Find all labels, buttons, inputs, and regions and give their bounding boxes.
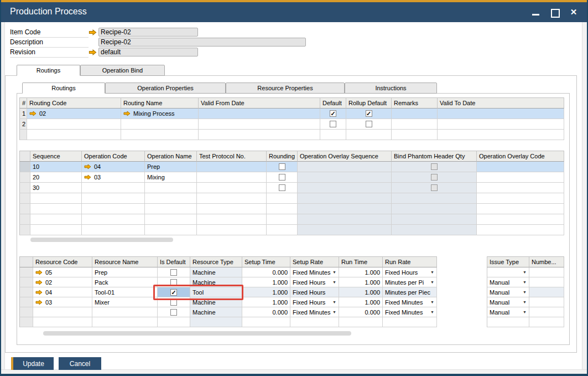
- table-row[interactable]: [19, 193, 564, 204]
- table-row[interactable]: [19, 204, 564, 214]
- issue-type-cell[interactable]: Manual▼: [487, 297, 529, 307]
- run-rate-cell[interactable]: Fixed Minutes▼: [383, 307, 437, 317]
- cancel-button[interactable]: Cancel: [59, 357, 101, 370]
- number-cell[interactable]: [529, 307, 564, 317]
- checkbox[interactable]: [431, 163, 438, 170]
- table-row[interactable]: [19, 225, 564, 235]
- close-icon[interactable]: ✕: [569, 8, 578, 17]
- table-row[interactable]: 2: [19, 119, 564, 130]
- setup-rate-cell[interactable]: Fixed Minutes▼: [290, 267, 339, 277]
- resource-type-cell[interactable]: Tool: [190, 287, 242, 297]
- dropdown-arrow-icon[interactable]: ▼: [521, 300, 527, 304]
- link-arrow-icon[interactable]: [89, 29, 97, 35]
- operation-code-cell[interactable]: [82, 204, 145, 214]
- test-protocol-no-cell[interactable]: [197, 225, 267, 235]
- rounding-cell[interactable]: [267, 193, 298, 204]
- operation-overlay-code-cell[interactable]: [477, 162, 564, 172]
- issue-type-cell[interactable]: ▼: [487, 267, 529, 277]
- operation-overlay-code-cell[interactable]: [477, 172, 564, 183]
- link-arrow-icon[interactable]: [84, 174, 91, 180]
- operation-name-cell[interactable]: Mixing: [145, 172, 197, 183]
- routing-code-cell[interactable]: 02: [27, 109, 121, 119]
- row-selector-cell[interactable]: [19, 277, 33, 287]
- operation-name-cell[interactable]: [145, 225, 197, 235]
- checkbox[interactable]: ✓: [170, 289, 177, 296]
- issue-type-cell[interactable]: Manual▼: [487, 307, 529, 317]
- row-selector-cell[interactable]: [19, 287, 33, 297]
- tab-instructions[interactable]: Instructions: [345, 83, 437, 94]
- checkbox[interactable]: ✓: [366, 110, 372, 117]
- run-time-cell[interactable]: 1.000: [339, 267, 383, 277]
- checkbox[interactable]: [170, 279, 177, 286]
- rounding-cell[interactable]: [267, 214, 298, 225]
- window-titlebar[interactable]: Production Process ✕: [0, 2, 588, 22]
- number-cell[interactable]: [529, 297, 564, 307]
- run-time-cell[interactable]: 1.000: [339, 277, 383, 287]
- remarks-cell[interactable]: [392, 130, 438, 140]
- table-row[interactable]: 02PackMachine1.000Fixed Hours▼1.000Minut…: [19, 277, 564, 287]
- routing-code-cell[interactable]: [27, 119, 121, 130]
- resource-code-cell[interactable]: 05: [33, 267, 92, 277]
- rounding-cell[interactable]: [267, 204, 298, 214]
- row-number-cell[interactable]: [19, 130, 27, 140]
- checkbox[interactable]: ✓: [330, 110, 336, 117]
- sequence-cell[interactable]: [30, 204, 82, 214]
- operation-code-cell[interactable]: [82, 214, 145, 225]
- row-selector-cell[interactable]: [19, 214, 30, 225]
- dropdown-arrow-icon[interactable]: ▼: [521, 280, 527, 284]
- resource-type-cell[interactable]: Machine: [190, 277, 242, 287]
- dropdown-arrow-icon[interactable]: ▼: [429, 300, 434, 304]
- link-arrow-icon[interactable]: [84, 164, 91, 169]
- operation-name-cell[interactable]: [145, 183, 197, 193]
- run-time-cell[interactable]: 0.000: [339, 307, 383, 317]
- row-selector-cell[interactable]: [19, 183, 30, 193]
- operation-name-cell[interactable]: [145, 204, 197, 214]
- item-code-field[interactable]: [98, 28, 198, 37]
- dropdown-arrow-icon[interactable]: ▼: [331, 310, 336, 314]
- valid-to-date-cell[interactable]: [438, 119, 564, 130]
- dropdown-arrow-icon[interactable]: ▼: [331, 300, 336, 304]
- dropdown-arrow-icon[interactable]: ▼: [429, 280, 434, 284]
- resource-type-cell[interactable]: Machine: [190, 307, 242, 317]
- checkbox[interactable]: [431, 184, 438, 191]
- row-selector-cell[interactable]: [19, 225, 30, 235]
- checkbox[interactable]: [366, 121, 372, 127]
- table-row[interactable]: 2003Mixing: [19, 172, 564, 183]
- rollup-default-cell[interactable]: ✓: [346, 109, 392, 119]
- sequence-cell[interactable]: [30, 193, 82, 204]
- routing-name-cell[interactable]: Mixing Process: [121, 109, 199, 119]
- resource-name-cell[interactable]: Tool-01: [92, 287, 158, 297]
- rounding-cell[interactable]: [267, 172, 298, 183]
- setup-rate-cell[interactable]: Fixed Minutes▼: [290, 307, 339, 317]
- description-field[interactable]: [98, 38, 306, 47]
- tab-operation-bind[interactable]: Operation Bind: [80, 65, 165, 76]
- dropdown-arrow-icon[interactable]: ▼: [521, 290, 527, 294]
- default-cell[interactable]: [320, 119, 346, 130]
- dropdown-arrow-icon[interactable]: ▼: [331, 270, 336, 274]
- resource-type-cell[interactable]: [190, 317, 242, 327]
- resource-code-cell[interactable]: [33, 317, 92, 327]
- operation-code-cell[interactable]: [82, 225, 145, 235]
- issue-type-cell[interactable]: Manual▼: [487, 287, 529, 297]
- dropdown-arrow-icon[interactable]: ▼: [331, 280, 336, 284]
- setup-rate-cell[interactable]: Fixed Hours▼: [290, 277, 339, 287]
- table-row[interactable]: 30: [19, 183, 564, 193]
- is-default-cell[interactable]: ✓: [158, 287, 190, 297]
- test-protocol-no-cell[interactable]: [197, 183, 267, 193]
- operation-name-cell[interactable]: [145, 214, 197, 225]
- operation-name-cell[interactable]: [145, 193, 197, 204]
- checkbox[interactable]: [330, 121, 336, 127]
- operation-code-cell[interactable]: 04: [82, 162, 145, 172]
- table-row[interactable]: [19, 130, 564, 140]
- is-default-cell[interactable]: [158, 277, 190, 287]
- checkbox[interactable]: [279, 163, 285, 170]
- resource-code-cell[interactable]: 02: [33, 277, 92, 287]
- rollup-default-cell[interactable]: [346, 130, 392, 140]
- dropdown-arrow-icon[interactable]: ▼: [429, 310, 434, 314]
- test-protocol-no-cell[interactable]: [197, 193, 267, 204]
- rounding-cell[interactable]: [267, 162, 298, 172]
- setup-time-cell[interactable]: 1.000: [242, 277, 290, 287]
- resource-name-cell[interactable]: [92, 307, 158, 317]
- table-row[interactable]: [19, 214, 564, 225]
- resource-name-cell[interactable]: Pack: [92, 277, 158, 287]
